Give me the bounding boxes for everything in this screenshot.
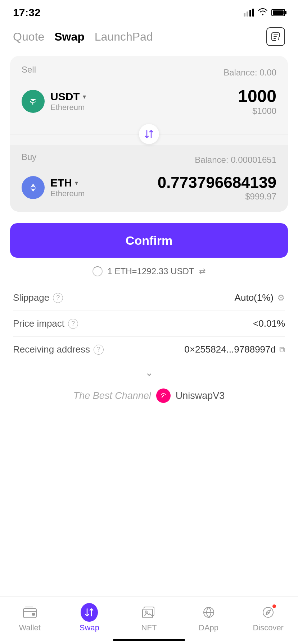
swap-label: Swap (80, 623, 99, 632)
status-time: 17:32 (13, 6, 41, 19)
rate-text: 1 ETH=1292.33 USDT (108, 266, 194, 276)
buy-token-network: Ethereum (50, 189, 85, 198)
nav-tabs: Quote Swap LaunchPad (0, 22, 298, 52)
sell-token-selector[interactable]: USDT ▾ Ethereum (22, 90, 86, 113)
swap-active-circle (81, 603, 98, 622)
buy-usd-value: $999.97 (158, 192, 276, 202)
receiving-address-value: 0×255824...9788997d ⧉ (184, 344, 285, 355)
slippage-row: Slippage ? Auto(1%) ⚙ (13, 285, 285, 311)
nft-icon (140, 604, 158, 621)
swap-nav-icon (81, 604, 98, 621)
bottom-nav: Wallet Swap NFT (0, 596, 298, 644)
best-channel-label: The Best Channel (73, 390, 151, 401)
wallet-label: Wallet (19, 623, 41, 632)
slippage-settings-icon[interactable]: ⚙ (277, 293, 285, 303)
nav-item-nft[interactable]: NFT (131, 604, 167, 632)
eth-logo (22, 176, 45, 199)
dapp-icon (200, 604, 217, 621)
buy-label: Buy (22, 152, 36, 162)
tab-swap[interactable]: Swap (54, 30, 85, 43)
battery-icon (271, 9, 285, 16)
nav-item-wallet[interactable]: Wallet (12, 604, 48, 632)
copy-address-icon[interactable]: ⧉ (279, 345, 285, 354)
price-impact-help-icon[interactable]: ? (68, 319, 78, 329)
svg-point-2 (27, 95, 40, 108)
nft-label: NFT (141, 623, 157, 632)
sell-amount-col: 1000 $1000 (238, 86, 276, 116)
buy-token-selector[interactable]: ETH ▾ Ethereum (22, 176, 85, 199)
price-impact-label: Price impact ? (13, 318, 78, 329)
slippage-value: Auto(1%) ⚙ (235, 292, 285, 303)
expand-chevron-icon[interactable]: ⌄ (145, 367, 153, 378)
sell-token-network: Ethereum (50, 103, 86, 112)
svg-point-12 (267, 612, 269, 613)
svg-rect-6 (32, 613, 35, 616)
buy-balance: Balance: 0.00001651 (195, 155, 276, 165)
buy-amount-col: 0.773796684139 $999.97 (158, 174, 276, 202)
swap-direction-button[interactable] (139, 124, 159, 144)
rate-row: 1 ETH=1292.33 USDT ⇄ (0, 265, 298, 285)
buy-token-row: ETH ▾ Ethereum 0.773796684139 $999.97 (22, 174, 276, 202)
sell-section: Sell Balance: 0.00 USDT ▾ Ethereum (10, 56, 288, 123)
buy-section: Buy Balance: 0.00001651 ETH (10, 145, 288, 212)
rate-spinner (92, 266, 103, 276)
home-indicator (113, 639, 185, 641)
discover-icon (259, 604, 277, 621)
buy-amount: 0.773796684139 (158, 174, 276, 192)
tab-quote[interactable]: Quote (13, 30, 44, 43)
slippage-label: Slippage ? (13, 292, 63, 303)
swap-card: Sell Balance: 0.00 USDT ▾ Ethereum (10, 56, 288, 212)
sell-usd-value: $1000 (238, 106, 276, 116)
tab-launchpad[interactable]: LaunchPad (95, 30, 153, 43)
best-channel: The Best Channel UniswapV3 (0, 386, 298, 414)
uniswap-icon (156, 388, 171, 403)
rate-swap-icon[interactable]: ⇄ (199, 267, 206, 276)
sell-balance: Balance: 0.00 (224, 68, 276, 78)
usdt-logo (22, 90, 45, 113)
buy-token-symbol: ETH (50, 177, 72, 189)
sell-token-symbol: USDT (50, 91, 80, 103)
nav-item-swap[interactable]: Swap (71, 604, 107, 632)
receiving-address-row: Receiving address ? 0×255824...9788997d … (13, 337, 285, 362)
uniswap-label: UniswapV3 (176, 390, 225, 401)
swap-divider (10, 123, 288, 145)
price-impact-value: <0.01% (253, 318, 285, 329)
nav-item-discover[interactable]: Discover (250, 604, 286, 632)
discover-notification-dot (272, 604, 277, 609)
sell-label: Sell (22, 65, 36, 75)
buy-token-chevron[interactable]: ▾ (75, 179, 78, 187)
wallet-icon (21, 604, 39, 621)
history-button[interactable] (266, 27, 285, 46)
sell-token-row: USDT ▾ Ethereum 1000 $1000 (22, 86, 276, 116)
expand-row[interactable]: ⌄ (0, 362, 298, 386)
dapp-label: DApp (199, 623, 218, 632)
discover-label: Discover (253, 623, 284, 632)
sell-token-chevron[interactable]: ▾ (83, 93, 86, 101)
status-icons (244, 8, 285, 18)
nav-item-dapp[interactable]: DApp (191, 604, 227, 632)
status-bar: 17:32 (0, 0, 298, 22)
wifi-icon (258, 8, 268, 18)
price-impact-row: Price impact ? <0.01% (13, 311, 285, 337)
sell-amount[interactable]: 1000 (238, 86, 276, 106)
receiving-address-label: Receiving address ? (13, 344, 104, 355)
svg-point-3 (27, 181, 40, 194)
buy-token-info: ETH ▾ Ethereum (50, 177, 85, 198)
sell-token-info: USDT ▾ Ethereum (50, 91, 86, 112)
signal-icon (244, 9, 254, 17)
info-section: Slippage ? Auto(1%) ⚙ Price impact ? <0.… (0, 285, 298, 362)
confirm-button[interactable]: Confirm (10, 223, 288, 258)
receiving-address-help-icon[interactable]: ? (94, 345, 104, 355)
slippage-help-icon[interactable]: ? (53, 293, 63, 303)
